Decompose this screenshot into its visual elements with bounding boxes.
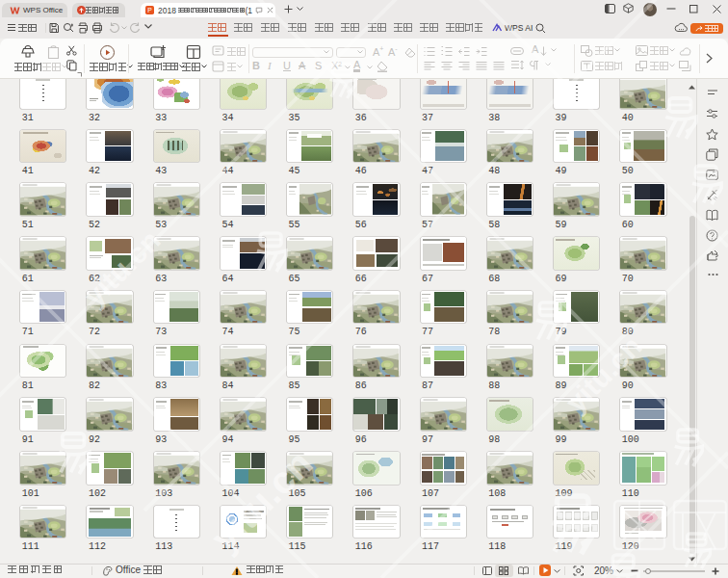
svg-text:P: P [147, 7, 152, 13]
